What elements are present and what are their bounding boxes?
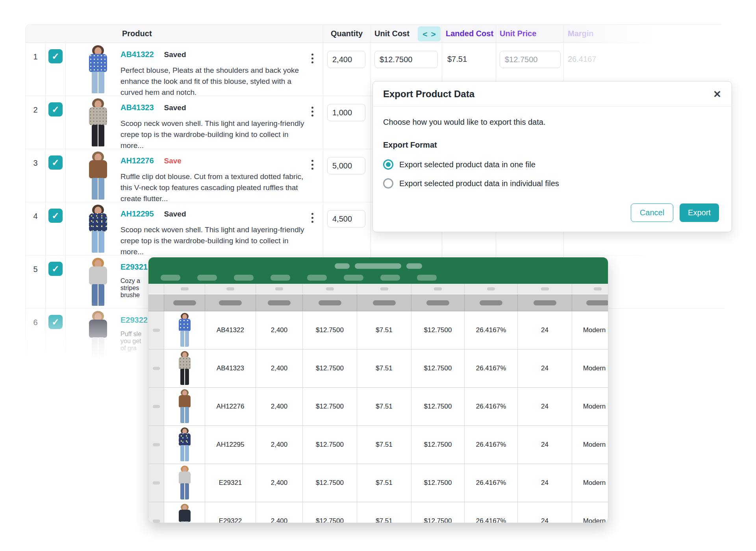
cell-unit-price: $12.7500 [411, 464, 465, 502]
cell-units: 24 [518, 426, 572, 464]
product-code-link[interactable]: AB41323 [120, 103, 154, 112]
kebab-menu-icon[interactable] [308, 105, 316, 117]
header-quantity: Quantity [323, 29, 371, 38]
product-photo [176, 466, 194, 500]
cell-unit-price: $12.7500 [411, 311, 465, 349]
landed-cost-value: $7.51 [447, 55, 467, 64]
chevron-right-icon[interactable]: > [431, 30, 436, 38]
quantity-input[interactable] [327, 104, 365, 121]
product-photo [84, 45, 112, 94]
cell-margin: 26.4167% [465, 502, 518, 523]
cell-quantity: 2,400 [256, 349, 303, 387]
cell-margin: 26.4167% [465, 349, 518, 387]
page: Product Quantity Unit Cost < > Landed Co… [0, 0, 756, 551]
product-code-link[interactable]: AB41322 [120, 50, 154, 59]
column-scroll-control[interactable]: < > [418, 26, 441, 41]
cell-quantity: 2,400 [256, 464, 303, 502]
cell-landed-cost: $7.51 [357, 349, 411, 387]
product-code-link[interactable]: E29321 [120, 263, 148, 272]
row-number: 6 [26, 318, 45, 327]
cell-landed-cost: $7.51 [357, 311, 411, 349]
unit-cost-input[interactable] [374, 51, 438, 68]
product-code-link[interactable]: AH12295 [120, 209, 154, 218]
cell-unit-price: $12.7500 [411, 502, 465, 523]
header-margin: Margin [568, 29, 594, 38]
cell-code: AB41323 [205, 349, 256, 387]
cell-code: AH12295 [205, 426, 256, 464]
row-number: 1 [26, 52, 45, 61]
modal-divider [373, 106, 732, 107]
product-code-link[interactable]: AH12276 [120, 156, 154, 165]
cell-unit-cost: $12.7500 [303, 464, 357, 502]
spreadsheet-header-row [148, 294, 608, 311]
cell-unit-price: $12.7500 [411, 349, 465, 387]
product-photo [84, 152, 112, 200]
cell-landed-cost: $7.51 [357, 426, 411, 464]
cell-unit-cost: $12.7500 [303, 349, 357, 387]
row-checkbox[interactable]: ✓ [48, 49, 63, 63]
kebab-menu-icon[interactable] [308, 159, 316, 170]
row-checkbox[interactable]: ✓ [48, 155, 63, 170]
radio-option-one-file[interactable]: Export selected product data in one file [383, 159, 536, 170]
quantity-input[interactable] [327, 157, 365, 174]
modal-footer: Cancel Export [631, 203, 719, 222]
row-checkbox[interactable]: ✓ [48, 315, 63, 329]
spreadsheet-row: AB41322 2,400 $12.7500 $7.51 $12.7500 26… [148, 311, 608, 349]
cell-units: 24 [518, 349, 572, 387]
spreadsheet-row: E29322 2,400 $12.7500 $7.51 $12.7500 26.… [148, 502, 608, 523]
check-icon: ✓ [52, 52, 59, 61]
product-code-link[interactable]: E29322 [120, 316, 148, 325]
unit-price-input[interactable] [500, 51, 561, 68]
export-format-label: Export Format [383, 141, 437, 150]
product-description: Scoop neck woven shell. This light and l… [120, 224, 308, 257]
cell-unit-cost: $12.7500 [303, 502, 357, 523]
product-photo [176, 389, 194, 424]
radio-option-individual-files[interactable]: Export selected product data in individu… [383, 178, 559, 189]
check-icon: ✓ [52, 264, 59, 274]
row-checkbox[interactable]: ✓ [48, 262, 63, 276]
cell-brand: Modern B [572, 349, 608, 387]
chevron-left-icon[interactable]: < [422, 30, 427, 38]
header-landed-cost: Landed Cost [446, 29, 493, 38]
status-label: Saved [164, 50, 186, 59]
row-checkbox[interactable]: ✓ [48, 102, 63, 116]
kebab-menu-icon[interactable] [308, 52, 316, 64]
cell-units: 24 [518, 388, 572, 425]
product-description: Perfect blouse, Pleats at the shoulders … [120, 65, 308, 98]
radio-unselected-icon [383, 178, 393, 189]
product-description: Ruffle clip dot blouse. Cut from a textu… [120, 171, 308, 204]
cancel-button[interactable]: Cancel [631, 203, 673, 222]
export-button[interactable]: Export [680, 203, 719, 222]
close-icon[interactable]: ✕ [713, 89, 721, 99]
row-number: 5 [26, 265, 45, 274]
radio-selected-icon [383, 159, 393, 170]
product-info: AB41323 Saved Scoop neck woven shell. Th… [120, 103, 308, 151]
row-number: 2 [26, 105, 45, 115]
product-photo [84, 98, 112, 147]
cell-brand: Modern B [572, 311, 608, 349]
cell-unit-cost: $12.7500 [303, 426, 357, 464]
save-button[interactable]: Save [164, 157, 182, 165]
cell-quantity: 2,400 [256, 311, 303, 349]
cell-code: AB41322 [205, 311, 256, 349]
quantity-input[interactable] [327, 210, 365, 227]
cell-brand: Modern B [572, 464, 608, 502]
check-icon: ✓ [52, 211, 59, 220]
spreadsheet-row: AB41323 2,400 $12.7500 $7.51 $12.7500 26… [148, 349, 608, 388]
cell-margin: 26.4167% [465, 464, 518, 502]
cell-landed-cost: $7.51 [357, 464, 411, 502]
cell-quantity: 2,400 [256, 502, 303, 523]
check-icon: ✓ [52, 158, 59, 167]
product-description: Scoop neck woven shell. This light and l… [120, 118, 308, 151]
product-photo [176, 313, 194, 348]
spreadsheet-row: AH12295 2,400 $12.7500 $7.51 $12.7500 26… [148, 426, 608, 464]
titlebar-placeholder-pills [148, 263, 608, 269]
cell-code: E29322 [205, 502, 256, 523]
cell-margin: 26.4167% [465, 426, 518, 464]
status-label: Saved [164, 210, 186, 218]
kebab-menu-icon[interactable] [308, 212, 316, 224]
cell-unit-price: $12.7500 [411, 388, 465, 425]
row-checkbox[interactable]: ✓ [48, 209, 63, 223]
product-photo [176, 504, 194, 523]
quantity-input[interactable] [327, 51, 365, 68]
